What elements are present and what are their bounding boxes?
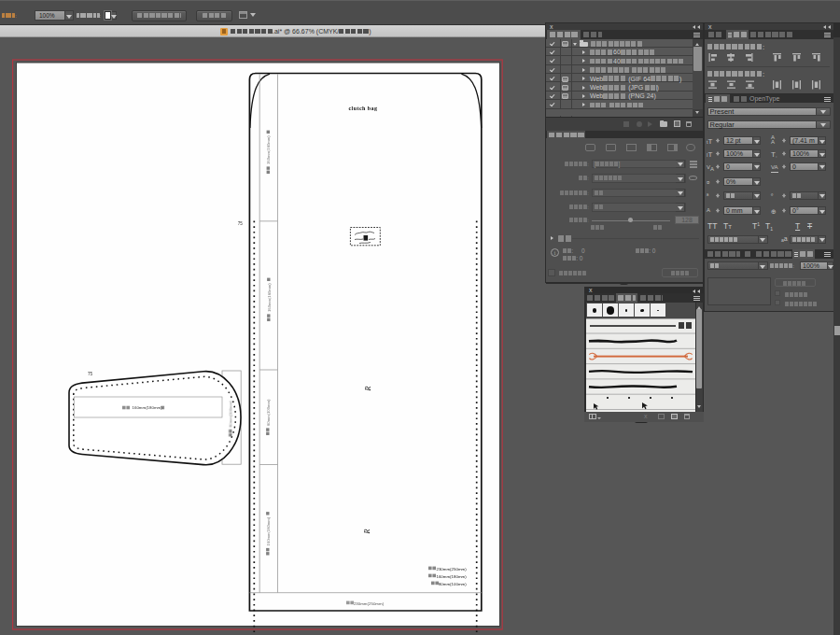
svg-text:75: 75 <box>88 372 93 376</box>
svg-text:230mm(250mm): 230mm(250mm) <box>354 601 385 606</box>
svg-text:80mm(100mm): 80mm(100mm) <box>439 582 467 586</box>
svg-text:160mm(180mm): 160mm(180mm) <box>436 574 467 579</box>
svg-text:80mm(100mm): 80mm(100mm) <box>266 399 271 426</box>
svg-text:clutch bag: clutch bag <box>349 106 378 111</box>
svg-text:230mm(250mm): 230mm(250mm) <box>436 567 467 572</box>
svg-text:75: 75 <box>238 221 244 226</box>
svg-text:160mm(180mm): 160mm(180mm) <box>266 135 271 164</box>
svg-text:R: R <box>363 529 371 534</box>
svg-text:160mm(180mm): 160mm(180mm) <box>133 405 163 410</box>
svg-text:160mm(180mm): 160mm(180mm) <box>266 516 271 545</box>
svg-text:80mm(100mm): 80mm(100mm) <box>229 401 233 428</box>
svg-text:R: R <box>364 386 372 391</box>
svg-text:160mm(180mm): 160mm(180mm) <box>267 283 272 312</box>
